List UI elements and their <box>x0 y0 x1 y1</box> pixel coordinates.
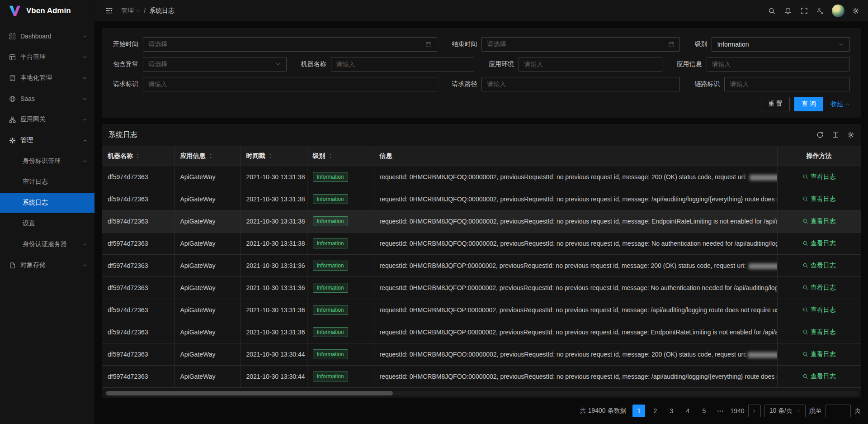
view-log-button[interactable]: 查看日志 <box>802 173 836 181</box>
view-log-button[interactable]: 查看日志 <box>802 217 836 225</box>
filter-date-picker[interactable]: 请选择 <box>481 37 680 52</box>
level-badge: Information <box>313 194 348 204</box>
filter-input[interactable] <box>707 57 850 71</box>
view-log-button[interactable]: 查看日志 <box>802 262 836 270</box>
sidebar-item[interactable]: 管理 <box>0 130 94 150</box>
sidebar-subitem[interactable]: 审计日志 <box>0 172 94 192</box>
filter-label: 级别 <box>694 40 712 48</box>
cell-action: 查看日志 <box>777 299 861 321</box>
cell-machine: df5974d72363 <box>102 188 175 210</box>
cell-app: ApiGateWay <box>175 299 241 321</box>
breadcrumb-parent[interactable]: 管理 <box>121 7 140 15</box>
next-page-button[interactable] <box>748 405 761 417</box>
sidebar-item[interactable]: Saas <box>0 89 94 109</box>
filter-input-field[interactable] <box>336 61 469 68</box>
sidebar-subitem[interactable]: 系统日志 <box>0 193 94 213</box>
pagination-page[interactable]: 3 <box>665 405 678 417</box>
cell-action: 查看日志 <box>777 343 861 366</box>
sidebar-subitem[interactable]: 身份认证服务器 <box>0 234 94 254</box>
chevron-down-icon <box>82 263 87 268</box>
column-header[interactable]: 时间戳 <box>241 146 307 166</box>
page-size-select[interactable]: 10 条/页 <box>764 405 806 417</box>
sidebar-subitem[interactable]: 设置 <box>0 214 94 233</box>
cell-machine: df5974d72363 <box>102 321 175 343</box>
view-log-button[interactable]: 查看日志 <box>802 195 836 203</box>
pagination-ellipsis[interactable]: ••• <box>714 405 726 417</box>
pagination-page[interactable]: 4 <box>681 405 694 417</box>
cell-timestamp: 2021-10-30 13:31:36 <box>241 255 307 277</box>
logo[interactable]: Vben Admin <box>0 0 94 22</box>
translate-icon[interactable]: 文A <box>813 0 828 22</box>
view-log-button[interactable]: 查看日志 <box>802 306 836 314</box>
cell-app: ApiGateWay <box>175 210 241 233</box>
chevron-down-icon <box>82 96 87 101</box>
sidebar-item-label: 身份标识管理 <box>23 157 78 165</box>
filter-input-field[interactable] <box>487 81 675 88</box>
pagination-page[interactable]: 5 <box>698 405 710 417</box>
filter-input[interactable] <box>481 77 680 91</box>
table-row: df5974d72363ApiGateWay2021-10-30 13:31:3… <box>102 255 861 277</box>
column-header[interactable]: 机器名称 <box>102 146 175 166</box>
menu-fold-icon[interactable] <box>101 0 117 22</box>
log-table: 机器名称应用信息时间戳级别信息操作方法 df5974d72363ApiGateW… <box>102 146 861 390</box>
jump-page-input[interactable] <box>826 405 851 417</box>
collapse-button[interactable]: 收起 <box>830 100 850 108</box>
refresh-icon[interactable] <box>816 131 824 138</box>
pagination-page[interactable]: 1 <box>632 405 645 417</box>
scrollbar-thumb[interactable] <box>106 391 393 395</box>
view-log-button[interactable]: 查看日志 <box>802 284 836 292</box>
sidebar: Vben Admin Dashboard平台管理本地化管理Saas应用网关管理身… <box>0 0 95 424</box>
search-icon[interactable] <box>764 0 779 22</box>
fullscreen-icon[interactable] <box>797 0 812 22</box>
cell-action: 查看日志 <box>777 277 861 299</box>
cell-level: Information <box>307 233 374 255</box>
search-icon <box>802 262 808 268</box>
filter-select[interactable]: Information <box>712 37 850 52</box>
avatar[interactable] <box>832 5 844 17</box>
cell-action: 查看日志 <box>777 233 861 255</box>
filter-input-field[interactable] <box>148 81 432 88</box>
view-log-button[interactable]: 查看日志 <box>802 350 836 358</box>
notification-icon[interactable] <box>780 0 796 22</box>
sidebar-item[interactable]: Dashboard <box>0 26 94 46</box>
search-button[interactable]: 查 询 <box>794 97 823 111</box>
filter-input-field[interactable] <box>712 61 845 68</box>
settings-icon[interactable] <box>848 0 863 22</box>
pagination-page[interactable]: 2 <box>649 405 661 417</box>
level-badge: Information <box>313 216 348 226</box>
view-log-button[interactable]: 查看日志 <box>802 372 836 381</box>
settings-icon[interactable] <box>847 131 854 138</box>
sort-icon <box>268 153 273 159</box>
table-panel-header: 系统日志 <box>102 124 861 146</box>
sidebar-item[interactable]: 应用网关 <box>0 110 94 129</box>
table-toolbar <box>816 131 854 138</box>
filter-input[interactable] <box>519 57 662 71</box>
sidebar-item[interactable]: 平台管理 <box>0 47 94 67</box>
filter-input[interactable] <box>724 77 850 91</box>
cell-action: 查看日志 <box>777 366 861 388</box>
column-header[interactable]: 级别 <box>307 146 374 166</box>
search-icon <box>802 373 808 379</box>
filter-select[interactable]: 请选择 <box>143 57 287 71</box>
reset-button[interactable]: 重 置 <box>761 97 790 111</box>
pagination-page[interactable]: 1940 <box>730 405 744 417</box>
filter-input-field[interactable] <box>730 81 844 88</box>
filter-input-field[interactable] <box>524 61 657 68</box>
view-log-button[interactable]: 查看日志 <box>802 328 836 336</box>
sidebar-item[interactable]: 本地化管理 <box>0 68 94 88</box>
sidebar-item[interactable]: 对象存储 <box>0 255 94 275</box>
filter-input[interactable] <box>331 57 475 71</box>
cell-level: Information <box>307 210 374 233</box>
sidebar-item-label: Saas <box>20 95 78 102</box>
filter-field: 结束时间请选择 <box>452 37 680 52</box>
column-header[interactable]: 应用信息 <box>175 146 241 166</box>
column-header: 操作方法 <box>777 146 861 166</box>
filter-date-picker[interactable]: 请选择 <box>143 37 437 52</box>
filter-input[interactable] <box>143 77 437 91</box>
cell-app: ApiGateWay <box>175 188 241 210</box>
horizontal-scrollbar[interactable] <box>104 391 859 395</box>
sidebar-subitem[interactable]: 身份标识管理 <box>0 151 94 171</box>
filter-label: 机器名称 <box>301 60 331 68</box>
column-height-icon[interactable] <box>832 131 839 138</box>
view-log-button[interactable]: 查看日志 <box>802 239 836 248</box>
